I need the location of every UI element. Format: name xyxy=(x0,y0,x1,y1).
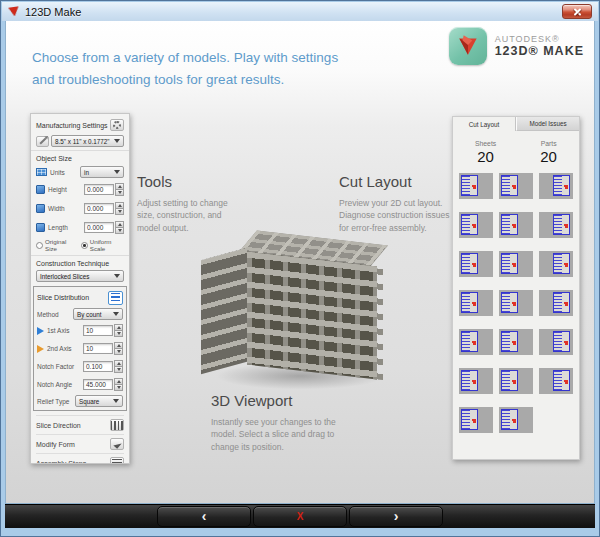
height-input[interactable]: 0.000 xyxy=(84,184,114,195)
sheet-preview xyxy=(501,370,518,391)
spin-down-icon[interactable] xyxy=(115,228,124,234)
width-spinner[interactable] xyxy=(115,202,124,215)
sheet-thumbnail[interactable] xyxy=(459,212,493,238)
construction-technique-dropdown[interactable]: Interlocked Slices xyxy=(36,270,124,282)
spin-down-icon[interactable] xyxy=(115,209,124,215)
sheet-thumbnail[interactable] xyxy=(459,329,493,355)
height-axis-icon xyxy=(36,185,45,194)
sheets-count: Sheets 20 xyxy=(475,140,496,165)
construction-technique-title: Construction Technique xyxy=(36,260,124,267)
first-axis-input[interactable]: 10 xyxy=(83,325,113,336)
assembly-steps-section[interactable]: Assembly Steps xyxy=(36,453,124,464)
close-button[interactable] xyxy=(562,4,592,19)
sheet-thumbnail[interactable] xyxy=(539,251,573,277)
notch-angle-input[interactable]: 45.000 xyxy=(83,379,113,390)
height-label: Height xyxy=(48,186,84,193)
spin-up-icon[interactable] xyxy=(115,221,124,228)
sheet-preview xyxy=(461,370,478,391)
logo-glyph xyxy=(455,33,481,59)
chevron-down-icon xyxy=(114,274,120,278)
length-axis-icon xyxy=(36,223,45,232)
forward-button[interactable]: › xyxy=(349,506,443,527)
divider xyxy=(31,255,129,256)
sheet-thumbnail[interactable] xyxy=(499,173,533,199)
height-spinner[interactable] xyxy=(115,183,124,196)
tab-model-issues[interactable]: Model Issues xyxy=(516,117,579,131)
sheet-thumbnail[interactable] xyxy=(499,368,533,394)
sheet-preview xyxy=(553,253,570,274)
sheet-thumbnail[interactable] xyxy=(499,251,533,277)
back-button[interactable]: ‹ xyxy=(157,506,251,527)
brand-product: 123D® MAKE xyxy=(495,44,584,58)
sheet-preview xyxy=(461,409,478,430)
assembly-steps-button[interactable] xyxy=(110,457,124,464)
original-size-radio[interactable]: Original Size xyxy=(36,238,76,252)
width-input[interactable]: 0.000 xyxy=(84,203,114,214)
notch-angle-label: Notch Angle xyxy=(37,381,83,388)
first-axis-icon xyxy=(37,327,44,335)
part-label-mark xyxy=(513,380,516,384)
tab-cut-layout[interactable]: Cut Layout xyxy=(453,117,516,131)
sheet-thumbnail[interactable] xyxy=(459,290,493,316)
spin-up-icon[interactable] xyxy=(114,324,123,331)
gear-button[interactable] xyxy=(110,119,124,131)
sheet-thumbnail[interactable] xyxy=(539,173,573,199)
method-dropdown[interactable]: By count xyxy=(73,308,123,320)
sheet-thumbnail[interactable] xyxy=(499,329,533,355)
length-input[interactable]: 0.000 xyxy=(84,222,114,233)
chevron-down-icon xyxy=(113,312,119,316)
spin-down-icon[interactable] xyxy=(114,331,123,337)
notch-factor-input[interactable]: 0.100 xyxy=(83,361,113,372)
spin-down-icon[interactable] xyxy=(114,349,123,355)
second-axis-input[interactable]: 10 xyxy=(83,343,113,354)
part-label-mark xyxy=(473,419,476,423)
spin-down-icon[interactable] xyxy=(114,367,123,373)
modify-form-section[interactable]: Modify Form xyxy=(36,434,124,453)
spin-up-icon[interactable] xyxy=(114,360,123,367)
modify-form-button[interactable] xyxy=(110,438,124,450)
second-axis-spinner[interactable] xyxy=(114,342,123,355)
sheet-thumbnail[interactable] xyxy=(539,212,573,238)
sheet-thumbnail[interactable] xyxy=(539,329,573,355)
part-label-mark xyxy=(473,341,476,345)
spin-up-icon[interactable] xyxy=(114,342,123,349)
sheet-thumbnail[interactable] xyxy=(499,407,533,433)
sheet-thumbnail[interactable] xyxy=(459,407,493,433)
slice-direction-section[interactable]: Slice Direction xyxy=(36,415,124,434)
close-tutorial-button[interactable]: X xyxy=(253,506,347,527)
cut-layout-title: Cut Layout xyxy=(339,173,457,190)
sheet-thumbnail[interactable] xyxy=(499,212,533,238)
units-dropdown[interactable]: in xyxy=(80,166,124,178)
part-label-mark xyxy=(513,302,516,306)
sheet-thumbnail[interactable] xyxy=(459,251,493,277)
spin-down-icon[interactable] xyxy=(115,190,124,196)
first-axis-spinner[interactable] xyxy=(114,324,123,337)
sheet-preset-dropdown[interactable]: 8.5" x 11" x 0.1772" xyxy=(51,135,124,147)
sheet-preview xyxy=(501,253,518,274)
notch-angle-spinner[interactable] xyxy=(114,378,123,391)
spin-up-icon[interactable] xyxy=(114,378,123,385)
sheet-thumbnail[interactable] xyxy=(459,173,493,199)
length-spinner[interactable] xyxy=(115,221,124,234)
sheet-thumbnail[interactable] xyxy=(499,290,533,316)
relief-type-dropdown[interactable]: Square xyxy=(75,395,123,407)
notch-factor-spinner[interactable] xyxy=(114,360,123,373)
sheet-thumbnail[interactable] xyxy=(459,368,493,394)
sheet-thumbnail[interactable] xyxy=(539,290,573,316)
second-axis-label: 2nd Axis xyxy=(47,345,83,352)
spin-up-icon[interactable] xyxy=(115,202,124,209)
app-icon xyxy=(8,6,19,16)
edit-preset-button[interactable] xyxy=(36,136,49,147)
part-label-mark xyxy=(473,185,476,189)
uniform-scale-radio[interactable]: Uniform Scale xyxy=(81,238,124,252)
sheets-value: 20 xyxy=(475,148,496,165)
sheet-preview xyxy=(461,175,478,196)
spin-up-icon[interactable] xyxy=(115,183,124,190)
counts-row: Sheets 20 Parts 20 xyxy=(453,140,579,165)
method-value: By count xyxy=(77,311,102,318)
sheet-thumbnail[interactable] xyxy=(539,368,573,394)
sheet-preview xyxy=(461,214,478,235)
spin-down-icon[interactable] xyxy=(114,385,123,391)
slice-direction-button[interactable] xyxy=(110,419,124,431)
slice-distribution-button[interactable] xyxy=(108,291,123,305)
